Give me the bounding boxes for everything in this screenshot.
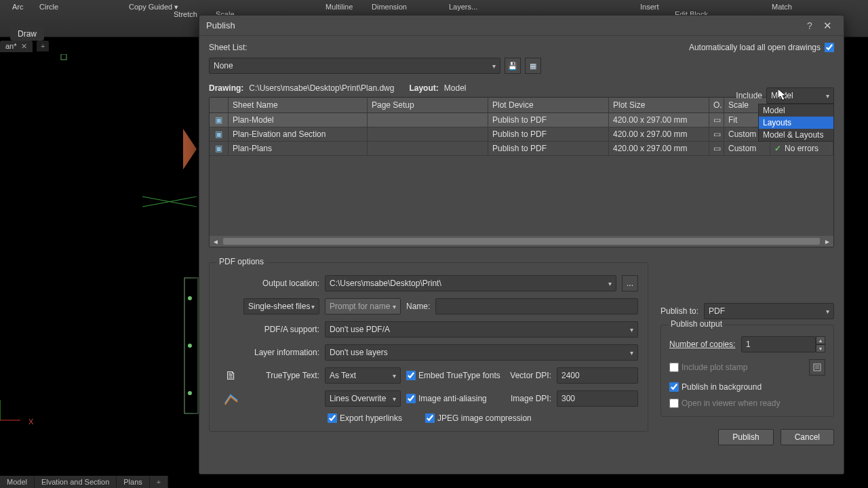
publish-to-label: Publish to: xyxy=(660,306,698,316)
cancel-button[interactable]: Cancel xyxy=(781,429,834,445)
jpeg-compress-check[interactable]: JPEG image compression xyxy=(425,413,532,423)
layout-tab-model[interactable]: Model xyxy=(0,476,35,487)
name-label: Name: xyxy=(406,302,430,311)
publish-output-legend: Publish output xyxy=(668,319,725,329)
layout-tabs: Model Elvation and Section Plans + xyxy=(0,476,168,488)
layer-info-label: Layer information: xyxy=(219,348,319,357)
table-row[interactable]: ▣Plan-Elvation and SectionPublish to PDF… xyxy=(210,127,833,142)
scroll-right-icon[interactable]: ► xyxy=(824,238,831,245)
truetype-select[interactable]: As Text xyxy=(325,367,401,384)
scroll-left-icon[interactable]: ◄ xyxy=(212,238,219,245)
layout-tab-plans[interactable]: Plans xyxy=(117,476,150,487)
export-hyperlinks-check[interactable]: Export hyperlinks xyxy=(328,413,402,423)
lines-overwrite-select[interactable]: Lines Overwrite xyxy=(325,390,401,407)
col-orientation[interactable]: O. xyxy=(709,98,724,113)
pdfa-label: PDF/A support: xyxy=(219,325,319,334)
copies-up-button[interactable]: ▲ xyxy=(816,336,825,344)
open-viewer-check[interactable]: Open in viewer when ready xyxy=(669,399,780,408)
prompt-name-value: Prompt for name xyxy=(330,302,390,311)
output-location-label: Output location: xyxy=(219,279,319,288)
ribbon-dimension[interactable]: Dimension xyxy=(372,3,407,11)
include-option-model[interactable]: Model xyxy=(759,104,833,117)
ribbon-insert[interactable]: Insert xyxy=(640,3,659,11)
include-option-both[interactable]: Model & Layouts xyxy=(759,129,833,141)
cell-orientation: ▭ xyxy=(709,113,724,127)
sheets-icon: ▦ xyxy=(530,62,536,70)
ribbon-layers[interactable]: Layers... xyxy=(449,3,477,11)
doc-tab-plan[interactable]: an*✕ xyxy=(0,41,33,52)
cell-plot-size: 420.00 x 297.00 mm xyxy=(609,127,709,141)
name-input[interactable] xyxy=(435,298,638,314)
include-select[interactable]: Model xyxy=(766,87,834,104)
vector-dpi-input[interactable] xyxy=(557,367,638,384)
cell-sheet-name: Plan-Model xyxy=(229,113,368,127)
publish-to-select[interactable]: PDF xyxy=(704,303,834,319)
single-sheet-select[interactable]: Single-sheet files xyxy=(243,298,319,314)
browse-output-button[interactable]: ... xyxy=(622,275,638,291)
pdf-options-legend: PDF options xyxy=(216,257,267,266)
include-option-layouts[interactable]: Layouts xyxy=(759,117,833,129)
layout-label: Layout: xyxy=(409,83,438,93)
panel-label-draw: Draw xyxy=(10,27,44,41)
plot-stamp-check[interactable]: Include plot stamp xyxy=(669,363,747,372)
ribbon-stretch[interactable]: Stretch xyxy=(174,10,197,18)
help-button[interactable]: ? xyxy=(802,20,818,31)
sheet-icon: ▣ xyxy=(215,115,222,125)
cell-sheet-name: Plan-Elvation and Section xyxy=(229,127,368,141)
col-sheet-name[interactable]: Sheet Name xyxy=(229,98,368,113)
pdfa-select[interactable]: Don't use PDF/A xyxy=(325,321,638,338)
plot-stamp-label: Include plot stamp xyxy=(682,363,747,372)
plot-stamp-settings-button[interactable] xyxy=(809,359,825,375)
titlebar: Publish ? ✕ xyxy=(199,16,844,36)
ribbon-arc[interactable]: Arc xyxy=(12,3,24,11)
publish-bg-check[interactable]: Publish in background xyxy=(669,382,762,392)
close-icon[interactable]: ✕ xyxy=(21,42,27,51)
publish-button[interactable]: Publish xyxy=(718,429,773,445)
cell-orientation: ▭ xyxy=(709,127,724,141)
save-icon: 💾 xyxy=(508,62,517,70)
ribbon-match[interactable]: Match xyxy=(772,3,792,11)
ribbon-copy-guided[interactable]: Copy Guided ▾ xyxy=(129,3,178,12)
image-dpi-label: Image DPI: xyxy=(511,394,551,403)
auto-load-checkbox[interactable] xyxy=(825,43,834,52)
layout-tab-elevation[interactable]: Elvation and Section xyxy=(35,476,117,487)
include-value: Model xyxy=(771,91,793,100)
svg-point-6 xyxy=(188,344,192,348)
cell-plot-device: Publish to PDF xyxy=(488,127,609,141)
sheet-list-select[interactable]: None xyxy=(209,58,500,74)
antialias-check[interactable]: Image anti-aliasing xyxy=(406,394,487,403)
copies-input[interactable] xyxy=(741,336,816,352)
scroll-thumb[interactable] xyxy=(223,238,820,245)
publish-dialog: Publish ? ✕ Sheet List: Automatically lo… xyxy=(199,15,844,474)
grid-scrollbar[interactable]: ◄ ► xyxy=(210,236,833,247)
doc-tab-add[interactable]: + xyxy=(37,41,49,52)
copies-label: Number of copies: xyxy=(669,340,735,349)
save-sheet-list-button[interactable]: 💾 xyxy=(505,58,521,74)
prompt-name-select[interactable]: Prompt for name xyxy=(325,298,401,314)
col-plot-device[interactable]: Plot Device xyxy=(488,98,609,113)
truetype-value: As Text xyxy=(330,371,356,380)
sheet-list-label: Sheet List: xyxy=(209,43,248,52)
close-button[interactable]: ✕ xyxy=(818,20,837,32)
embed-fonts-check[interactable]: Embed TrueType fonts xyxy=(406,371,500,380)
layout-tab-add[interactable]: + xyxy=(150,476,168,487)
vector-dpi-label: Vector DPI: xyxy=(510,371,551,380)
sheet-options-button[interactable]: ▦ xyxy=(525,58,541,74)
svg-marker-1 xyxy=(183,129,197,169)
copies-down-button[interactable]: ▼ xyxy=(816,344,825,352)
output-location-select[interactable]: C:\Users\msabe\Desktop\Print\ xyxy=(325,275,616,291)
table-row[interactable]: ▣Plan-ModelPublish to PDF420.00 x 297.00… xyxy=(210,113,833,127)
col-plot-size[interactable]: Plot Size xyxy=(609,98,709,113)
image-dpi-input[interactable] xyxy=(557,390,638,407)
truetype-icon: 🗎 xyxy=(225,369,237,383)
col-page-setup[interactable]: Page Setup xyxy=(368,98,488,113)
auto-load-label: Automatically load all open drawings xyxy=(689,43,821,52)
lines-overwrite-value: Lines Overwrite xyxy=(330,394,386,403)
ribbon-circle[interactable]: Circle xyxy=(39,3,58,11)
sheet-icon: ▣ xyxy=(215,144,222,153)
single-sheet-value: Single-sheet files xyxy=(248,302,310,311)
table-row[interactable]: ▣Plan-PlansPublish to PDF420.00 x 297.00… xyxy=(210,142,833,156)
ribbon-multiline[interactable]: Multiline xyxy=(326,3,353,11)
output-location-value: C:\Users\msabe\Desktop\Print\ xyxy=(330,279,441,288)
layer-info-select[interactable]: Don't use layers xyxy=(325,344,638,361)
